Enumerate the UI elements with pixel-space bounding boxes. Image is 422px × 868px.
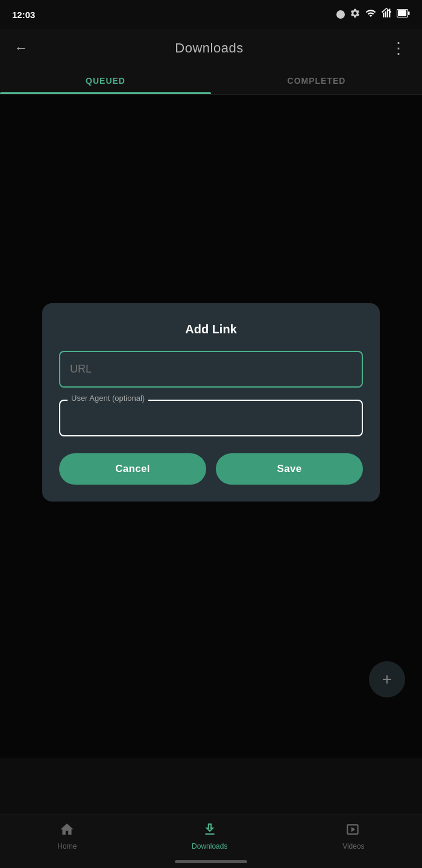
nav-downloads-label: Downloads (192, 842, 227, 851)
status-time: 12:03 (12, 10, 35, 20)
dialog-title: Add Link (59, 322, 363, 336)
status-bar: 12:03 (0, 0, 422, 29)
battery-icon (397, 9, 410, 20)
gesture-bar (175, 860, 247, 863)
signal-icon (381, 8, 392, 21)
svg-rect-6 (408, 11, 410, 15)
back-button[interactable]: ← (10, 36, 33, 61)
nav-downloads[interactable]: Downloads (192, 822, 227, 851)
svg-rect-1 (385, 11, 386, 17)
user-agent-wrapper: User Agent (optional) (59, 400, 363, 436)
wifi-icon (365, 8, 376, 21)
svg-rect-3 (389, 9, 390, 17)
cancel-button[interactable]: Cancel (59, 453, 206, 485)
content-area: Add Link User Agent (optional) Cancel Sa… (0, 95, 422, 758)
nav-videos-label: Videos (342, 842, 364, 851)
page-title: Downloads (175, 40, 243, 56)
notification-icon (336, 10, 345, 19)
dialog-buttons: Cancel Save (59, 453, 363, 485)
save-button[interactable]: Save (216, 453, 363, 485)
nav-icon-videos (345, 822, 361, 840)
more-options-button[interactable]: ⋮ (386, 34, 412, 63)
status-icons (336, 8, 410, 21)
user-agent-input[interactable] (59, 400, 363, 436)
nav-icon-downloads (202, 822, 218, 840)
svg-rect-2 (387, 10, 388, 17)
dialog-overlay: Add Link User Agent (optional) Cancel Sa… (0, 95, 422, 758)
svg-rect-0 (383, 13, 384, 17)
tab-queued[interactable]: QUEUED (0, 68, 211, 94)
nav-icon-home (59, 822, 75, 840)
app-bar: ← Downloads ⋮ (0, 29, 422, 68)
tab-completed[interactable]: COMPLETED (211, 68, 422, 94)
svg-rect-5 (398, 10, 406, 16)
nav-home[interactable]: Home (57, 822, 77, 851)
tabs: QUEUED COMPLETED (0, 68, 422, 95)
gear-icon (350, 8, 361, 21)
url-input[interactable] (59, 351, 363, 388)
add-link-dialog: Add Link User Agent (optional) Cancel Sa… (42, 303, 380, 502)
nav-home-label: Home (57, 842, 77, 851)
nav-videos[interactable]: Videos (342, 822, 364, 851)
